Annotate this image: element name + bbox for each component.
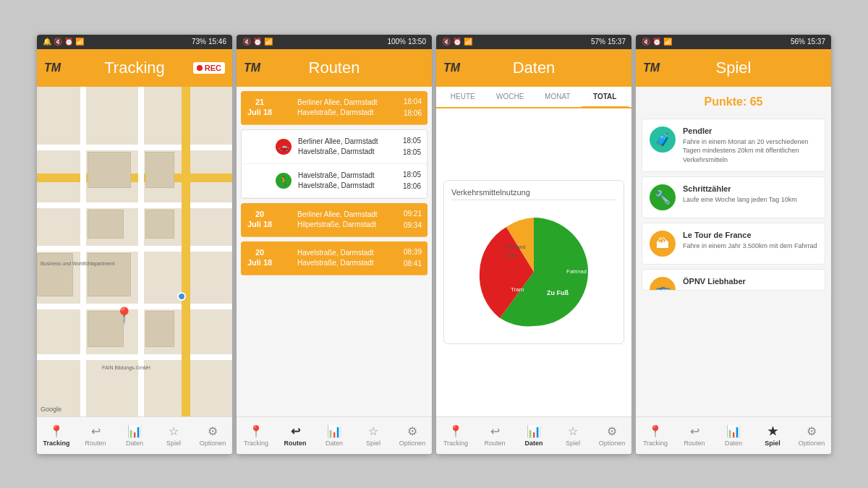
achievement-pendler[interactable]: 🧳 Pendler Fahre in einem Monat an 20 ver… (642, 119, 825, 173)
nav-routen-4[interactable]: ↩ Routen (675, 417, 714, 454)
status-left-3: 🔇 ⏰ 📶 (442, 38, 472, 46)
nav-optionen-4[interactable]: ⚙ Optionen (792, 417, 831, 454)
nav-daten-1[interactable]: 📊 Daten (115, 417, 154, 454)
tab-total[interactable]: TOTAL (582, 87, 629, 108)
nav-daten-3[interactable]: 📊 Daten (514, 417, 553, 454)
route-group-1: 21Juli 18 Berliner Allee, Darmstadt Have… (241, 91, 427, 125)
chart-area: Verkehrsmittelnutzung (436, 108, 631, 416)
nav-tracking-icon-3: 📍 (448, 424, 463, 438)
tab-heute[interactable]: HEUTE (439, 87, 487, 107)
bottom-nav-4: 📍 Tracking ↩ Routen 📊 Daten ★ Spiel ⚙ Op… (636, 416, 831, 454)
nav-tracking-3[interactable]: 📍 Tracking (436, 417, 475, 454)
bottom-nav-1: 📍 Tracking ↩ Routen 📊 Daten ☆ Spiel ⚙ Op… (37, 416, 232, 454)
tab-monat[interactable]: MONAT (534, 87, 582, 107)
nav-daten-2[interactable]: 📊 Daten (315, 417, 354, 454)
game-content: Punkte: 65 🧳 Pendler Fahre in einem Mona… (636, 87, 831, 416)
mute-icon-3: 🔇 (442, 38, 451, 46)
time-1: 15:46 (208, 38, 226, 46)
schritt-desc: Laufe eine Woche lang jeden Tag 10km (683, 195, 797, 205)
nav-spiel-3[interactable]: ☆ Spiel (553, 417, 592, 454)
nav-tracking-label-4: Tracking (643, 440, 668, 447)
spiel-screen: Punkte: 65 🧳 Pendler Fahre in einem Mona… (636, 87, 831, 416)
route-item-2a[interactable]: 🚗 Berliner Allee, Darmstadt Havelstraße,… (242, 130, 427, 164)
route-from-2b: Havelstraße, Darmstadt (298, 171, 399, 181)
alarm-icon: ⏰ (64, 38, 73, 46)
route-item-1[interactable]: 21Juli 18 Berliner Allee, Darmstadt Have… (241, 91, 427, 125)
notification-icon: 🔔 (43, 38, 51, 46)
pie-svg: Zu Fuß Fahrrad Tram Auto Stillstand (461, 208, 606, 335)
nav-tracking-1[interactable]: 📍 Tracking (37, 417, 76, 454)
nav-routen-label-1: Routen (85, 440, 106, 447)
nav-spiel-label-1: Spiel (166, 440, 181, 447)
data-tabs: HEUTE WOCHE MONAT TOTAL (436, 87, 631, 108)
road-h5 (37, 354, 232, 360)
nav-optionen-icon-3: ⚙ (607, 424, 617, 438)
wifi-icon: 📶 (75, 38, 84, 46)
nav-daten-label-3: Daten (524, 440, 542, 447)
nav-spiel-4[interactable]: ★ Spiel (753, 417, 792, 454)
nav-optionen-2[interactable]: ⚙ Optionen (393, 417, 432, 454)
tab-woche[interactable]: WOCHE (487, 87, 535, 107)
business-label: Business und Wohlfühlapartment (41, 260, 84, 267)
nav-daten-4[interactable]: 📊 Daten (714, 417, 753, 454)
map-area[interactable]: Business und Wohlfühlapartment FAIN Bild… (37, 87, 232, 416)
nav-routen-1[interactable]: ↩ Routen (76, 417, 115, 454)
nav-tracking-icon-2: 📍 (249, 424, 263, 438)
rec-badge: REC (193, 62, 225, 74)
nav-optionen-label-4: Optionen (799, 440, 825, 447)
pendler-desc: Fahre in einem Monat an 20 verschiedenen… (683, 137, 817, 165)
status-bar-1: 🔔 🔇 ⏰ 📶 73% 15:46 (37, 35, 232, 49)
block5 (37, 253, 73, 296)
opnv-text: ÖPNV Liebhaber (683, 277, 746, 288)
pie-chart: Zu Fuß Fahrrad Tram Auto Stillstand (451, 206, 616, 336)
route-item-4[interactable]: 20Juli 18 Havelstraße, Darmstadt Havelst… (241, 241, 427, 275)
screens-container: 🔔 🔇 ⏰ 📶 73% 15:46 TMT Tracking REC (0, 0, 868, 488)
nav-tracking-4[interactable]: 📍 Tracking (636, 417, 675, 454)
map-screen: Business und Wohlfühlapartment FAIN Bild… (37, 87, 232, 416)
nav-routen-3[interactable]: ↩ Routen (475, 417, 514, 454)
route-info-4: Havelstraße, Darmstadt Havelstraße, Darm… (293, 248, 404, 268)
achievement-tour[interactable]: 🏔 Le Tour de France Fahre in einem Jahr … (642, 223, 825, 265)
route-item-3[interactable]: 20Juli 18 Berliner Allee, Darmstadt Hilp… (241, 203, 427, 237)
time-2: 13:50 (408, 38, 426, 46)
nav-tracking-icon-4: 📍 (648, 424, 663, 438)
wifi-icon-3: 📶 (464, 38, 472, 46)
nav-optionen-1[interactable]: ⚙ Optionen (193, 417, 232, 454)
tour-icon: 🏔 (650, 231, 676, 257)
header-2: TMT Routen (237, 49, 432, 87)
nav-daten-label-2: Daten (326, 440, 343, 447)
nav-spiel-2[interactable]: ☆ Spiel (354, 417, 393, 454)
routes-list: 21Juli 18 Berliner Allee, Darmstadt Have… (237, 87, 432, 416)
route-date-1: 21Juli 18 (247, 98, 273, 116)
nav-optionen-3[interactable]: ⚙ Optionen (592, 417, 631, 454)
fain-label: FAIN Bildungs-GmbH (102, 365, 150, 370)
slice-zufuss-2 (534, 272, 588, 326)
header-title-4: Spiel (716, 59, 752, 77)
route-to-2b: Havelstraße, Darmstadt (298, 181, 399, 191)
nav-routen-icon-1: ↩ (91, 424, 101, 438)
nav-routen-label-3: Routen (484, 440, 505, 447)
status-bar-4: 🔇 ⏰ 📶 56% 15:37 (636, 35, 831, 49)
achievement-opnv[interactable]: 🚌 ÖPNV Liebhaber (642, 269, 825, 291)
nav-tracking-label-2: Tracking (244, 440, 268, 447)
nav-spiel-1[interactable]: ☆ Spiel (154, 417, 193, 454)
route-to-3: Hilpertstraße, Darmstadt (297, 220, 399, 230)
nav-routen-icon-4: ↩ (690, 424, 699, 438)
status-bar-3: 🔇 ⏰ 📶 57% 15:37 (436, 35, 631, 49)
nav-routen-2[interactable]: ↩ Routen (276, 417, 315, 454)
google-watermark: Google (41, 406, 61, 413)
header-4: TMT Spiel (636, 49, 831, 87)
route-item-2b[interactable]: 🚶 Havelstraße, Darmstadt Havelstraße, Da… (242, 164, 427, 198)
schritt-icon: 🔧 (650, 184, 676, 210)
achievement-schritt[interactable]: 🔧 Schrittzähler Laufe eine Woche lang je… (642, 176, 825, 218)
status-right-1: 73% 15:46 (192, 38, 226, 46)
tour-title: Le Tour de France (683, 231, 817, 239)
header-3: TMT Daten (436, 49, 631, 87)
bottom-nav-2: 📍 Tracking ↩ Routen 📊 Daten ☆ Spiel ⚙ Op… (237, 416, 432, 454)
route-date-3: 20Juli 18 (247, 210, 273, 228)
nav-spiel-icon-1: ☆ (169, 424, 179, 438)
nav-tracking-2[interactable]: 📍 Tracking (237, 417, 276, 454)
route-group-2: 🚗 Berliner Allee, Darmstadt Havelstraße,… (241, 129, 427, 199)
schritt-title: Schrittzähler (683, 184, 797, 193)
alarm-icon-4: ⏰ (652, 38, 661, 46)
